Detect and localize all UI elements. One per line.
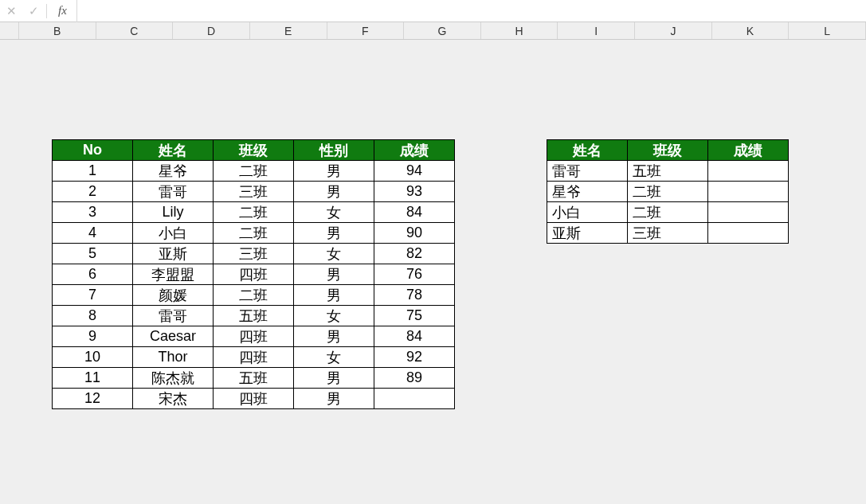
cell[interactable] <box>708 202 789 223</box>
cell[interactable]: 84 <box>374 326 455 347</box>
cell[interactable]: 五班 <box>214 368 294 389</box>
cell[interactable]: 二班 <box>214 285 294 306</box>
cell[interactable]: 李盟盟 <box>133 264 214 285</box>
cell[interactable]: 小白 <box>547 202 628 223</box>
cell[interactable]: 亚斯 <box>547 223 628 244</box>
col-header-gender[interactable]: 性别 <box>294 140 374 161</box>
cell[interactable]: 6 <box>53 264 133 285</box>
cell[interactable]: 亚斯 <box>133 244 214 264</box>
table-row: 10Thor四班女92 <box>53 347 455 368</box>
col-header-score[interactable]: 成绩 <box>374 140 455 161</box>
cell[interactable]: 男 <box>294 161 374 182</box>
cell[interactable]: 雷哥 <box>547 161 628 182</box>
formula-input[interactable] <box>77 0 866 21</box>
cell[interactable]: 90 <box>374 223 455 244</box>
confirm-icon[interactable]: ✓ <box>22 0 45 22</box>
cell[interactable]: 94 <box>374 161 455 182</box>
column-header[interactable]: E <box>250 22 327 39</box>
cell[interactable]: 四班 <box>214 264 294 285</box>
cell[interactable]: 男 <box>294 182 374 202</box>
column-header[interactable]: L <box>789 22 866 39</box>
cell[interactable]: 女 <box>294 202 374 223</box>
cell[interactable]: 84 <box>374 202 455 223</box>
cell[interactable]: 75 <box>374 306 455 326</box>
cell[interactable]: 8 <box>53 306 133 326</box>
cell[interactable]: 女 <box>294 347 374 368</box>
cell[interactable]: 12 <box>53 389 133 409</box>
column-header[interactable]: F <box>327 22 405 39</box>
column-header[interactable]: K <box>712 22 790 39</box>
column-header[interactable]: B <box>19 22 96 39</box>
cell[interactable]: 10 <box>53 347 133 368</box>
column-header[interactable]: G <box>404 22 481 39</box>
cell[interactable]: 二班 <box>628 182 708 202</box>
cell[interactable]: 3 <box>53 202 133 223</box>
cell[interactable]: 二班 <box>214 161 294 182</box>
cell[interactable]: 三班 <box>628 223 708 244</box>
cell[interactable]: Lily <box>133 202 214 223</box>
cell[interactable]: 四班 <box>214 347 294 368</box>
cell[interactable] <box>708 161 789 182</box>
spreadsheet-grid[interactable]: No 姓名 班级 性别 成绩 1星爷二班男94 2雷哥三班男93 3Lily二班… <box>0 40 866 504</box>
cell[interactable]: 1 <box>53 161 133 182</box>
column-header[interactable]: J <box>635 22 712 39</box>
cell[interactable]: 2 <box>53 182 133 202</box>
cell[interactable]: 女 <box>294 306 374 326</box>
column-header-row: B C D E F G H I J K L <box>0 22 866 40</box>
cell[interactable]: 男 <box>294 223 374 244</box>
cell[interactable]: Caesar <box>133 326 214 347</box>
column-header[interactable]: D <box>173 22 250 39</box>
cell[interactable] <box>708 182 789 202</box>
cell[interactable]: 92 <box>374 347 455 368</box>
col-header-class[interactable]: 班级 <box>214 140 294 161</box>
column-header-gutter[interactable] <box>0 22 19 39</box>
cell[interactable]: 颜媛 <box>133 285 214 306</box>
cell[interactable] <box>374 389 455 409</box>
cell[interactable]: 雷哥 <box>133 306 214 326</box>
cell[interactable]: 四班 <box>214 326 294 347</box>
cell[interactable]: 男 <box>294 389 374 409</box>
cell[interactable]: 男 <box>294 368 374 389</box>
cell[interactable]: 四班 <box>214 389 294 409</box>
column-header[interactable]: I <box>558 22 635 39</box>
table-header-row: 姓名 班级 成绩 <box>547 140 789 161</box>
cell[interactable]: 82 <box>374 244 455 264</box>
cancel-icon[interactable]: ✕ <box>0 0 22 22</box>
cell[interactable]: 陈杰就 <box>133 368 214 389</box>
cell[interactable]: 9 <box>53 326 133 347</box>
cell[interactable]: 五班 <box>628 161 708 182</box>
cell[interactable] <box>708 223 789 244</box>
col-header-score[interactable]: 成绩 <box>708 140 789 161</box>
cell[interactable]: Thor <box>133 347 214 368</box>
column-header[interactable]: H <box>481 22 558 39</box>
cell[interactable]: 男 <box>294 264 374 285</box>
col-header-name[interactable]: 姓名 <box>547 140 628 161</box>
cell[interactable]: 宋杰 <box>133 389 214 409</box>
cell[interactable]: 三班 <box>214 244 294 264</box>
cell[interactable]: 78 <box>374 285 455 306</box>
cell[interactable]: 93 <box>374 182 455 202</box>
fx-icon[interactable]: fx <box>49 0 77 22</box>
cell[interactable]: 五班 <box>214 306 294 326</box>
column-header[interactable]: C <box>96 22 174 39</box>
cell[interactable]: 星爷 <box>547 182 628 202</box>
cell[interactable]: 11 <box>53 368 133 389</box>
cell[interactable]: 二班 <box>628 202 708 223</box>
cell[interactable]: 4 <box>53 223 133 244</box>
col-header-class[interactable]: 班级 <box>628 140 708 161</box>
cell[interactable]: 男 <box>294 326 374 347</box>
cell[interactable]: 5 <box>53 244 133 264</box>
cell[interactable]: 三班 <box>214 182 294 202</box>
cell[interactable]: 76 <box>374 264 455 285</box>
col-header-name[interactable]: 姓名 <box>133 140 214 161</box>
cell[interactable]: 二班 <box>214 223 294 244</box>
cell[interactable]: 星爷 <box>133 161 214 182</box>
cell[interactable]: 7 <box>53 285 133 306</box>
col-header-no[interactable]: No <box>53 140 133 161</box>
cell[interactable]: 男 <box>294 285 374 306</box>
cell[interactable]: 89 <box>374 368 455 389</box>
cell[interactable]: 小白 <box>133 223 214 244</box>
cell[interactable]: 女 <box>294 244 374 264</box>
cell[interactable]: 二班 <box>214 202 294 223</box>
cell[interactable]: 雷哥 <box>133 182 214 202</box>
